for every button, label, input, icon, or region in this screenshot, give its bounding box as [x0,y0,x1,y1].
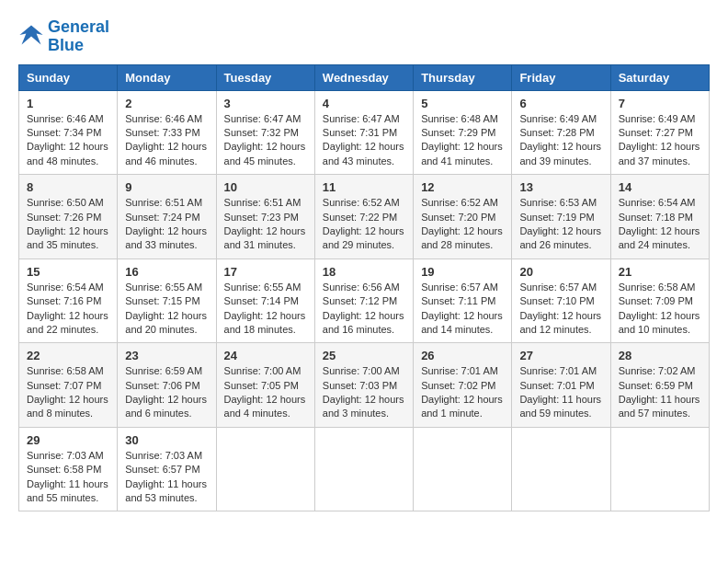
day-header-wednesday: Wednesday [314,64,413,90]
sunset-label: Sunset: 7:14 PM [224,295,299,306]
sunset-label: Sunset: 7:10 PM [519,295,594,306]
day-number: 4 [323,97,405,110]
cell-content: Sunrise: 6:58 AM Sunset: 7:07 PM Dayligh… [27,364,109,421]
calendar-cell: 8 Sunrise: 6:50 AM Sunset: 7:26 PM Dayli… [19,175,118,259]
day-number: 22 [27,349,109,362]
calendar-cell: 26 Sunrise: 7:01 AM Sunset: 7:02 PM Dayl… [414,343,512,428]
cell-content: Sunrise: 6:51 AM Sunset: 7:23 PM Dayligh… [224,196,307,253]
cell-content: Sunrise: 6:54 AM Sunset: 7:16 PM Dayligh… [27,281,109,338]
daylight-label: Daylight: 12 hours and 4 minutes. [224,394,306,419]
cell-content: Sunrise: 6:51 AM Sunset: 7:24 PM Dayligh… [125,196,208,253]
sunrise-label: Sunrise: 7:03 AM [27,450,104,461]
sunset-label: Sunset: 7:03 PM [323,380,397,391]
cell-content: Sunrise: 7:03 AM Sunset: 6:58 PM Dayligh… [27,449,109,506]
cell-content: Sunrise: 7:00 AM Sunset: 7:05 PM Dayligh… [224,364,307,421]
calendar-cell: 2 Sunrise: 6:46 AM Sunset: 7:33 PM Dayli… [118,90,216,175]
calendar-week-row: 15 Sunrise: 6:54 AM Sunset: 7:16 PM Dayl… [19,259,710,343]
cell-content: Sunrise: 6:48 AM Sunset: 7:29 PM Dayligh… [421,112,504,169]
sunset-label: Sunset: 7:07 PM [27,380,101,391]
daylight-label: Daylight: 12 hours and 29 minutes. [323,225,404,250]
logo-icon [18,22,44,48]
day-number: 3 [224,97,307,110]
sunrise-label: Sunrise: 6:52 AM [421,197,498,208]
sunrise-label: Sunrise: 7:00 AM [323,365,400,376]
calendar-cell: 13 Sunrise: 6:53 AM Sunset: 7:19 PM Dayl… [512,175,610,259]
cell-content: Sunrise: 6:55 AM Sunset: 7:15 PM Dayligh… [125,281,208,338]
sunset-label: Sunset: 7:05 PM [224,380,299,391]
sunset-label: Sunset: 7:12 PM [323,295,397,306]
sunrise-label: Sunrise: 7:01 AM [519,365,597,376]
day-header-tuesday: Tuesday [216,64,314,90]
calendar-cell [216,427,314,511]
daylight-label: Daylight: 12 hours and 18 minutes. [224,310,306,335]
sunset-label: Sunset: 7:29 PM [421,127,495,138]
sunset-label: Sunset: 7:01 PM [519,380,594,391]
daylight-label: Daylight: 12 hours and 31 minutes. [224,225,306,250]
calendar-cell: 10 Sunrise: 6:51 AM Sunset: 7:23 PM Dayl… [216,175,314,259]
sunrise-label: Sunrise: 6:47 AM [323,113,400,124]
sunrise-label: Sunrise: 6:54 AM [619,197,696,208]
daylight-label: Daylight: 12 hours and 33 minutes. [125,225,207,250]
sunset-label: Sunset: 7:18 PM [619,212,693,223]
calendar-cell: 7 Sunrise: 6:49 AM Sunset: 7:27 PM Dayli… [610,90,709,175]
daylight-label: Daylight: 11 hours and 57 minutes. [619,394,700,419]
calendar-cell: 12 Sunrise: 6:52 AM Sunset: 7:20 PM Dayl… [414,175,512,259]
sunset-label: Sunset: 7:15 PM [125,295,199,306]
logo: General Blue [18,18,109,55]
sunset-label: Sunset: 6:58 PM [27,464,101,475]
sunrise-label: Sunrise: 6:46 AM [125,113,202,124]
daylight-label: Daylight: 12 hours and 45 minutes. [224,141,306,166]
sunrise-label: Sunrise: 6:56 AM [323,282,400,293]
day-number: 23 [125,349,208,362]
calendar-cell: 6 Sunrise: 6:49 AM Sunset: 7:28 PM Dayli… [512,90,610,175]
calendar-cell: 19 Sunrise: 6:57 AM Sunset: 7:11 PM Dayl… [414,259,512,343]
calendar-week-row: 1 Sunrise: 6:46 AM Sunset: 7:34 PM Dayli… [19,90,710,175]
calendar-cell [414,427,512,511]
sunrise-label: Sunrise: 6:47 AM [224,113,301,124]
day-number: 27 [519,349,602,362]
calendar-cell: 11 Sunrise: 6:52 AM Sunset: 7:22 PM Dayl… [314,175,413,259]
calendar-table: SundayMondayTuesdayWednesdayThursdayFrid… [18,64,710,512]
sunrise-label: Sunrise: 7:00 AM [224,365,301,376]
calendar-cell [512,427,610,511]
sunset-label: Sunset: 7:23 PM [224,212,299,223]
calendar-cell: 15 Sunrise: 6:54 AM Sunset: 7:16 PM Dayl… [19,259,118,343]
daylight-label: Daylight: 11 hours and 55 minutes. [27,478,108,503]
sunrise-label: Sunrise: 6:58 AM [619,282,696,293]
day-number: 17 [224,265,307,279]
cell-content: Sunrise: 6:55 AM Sunset: 7:14 PM Dayligh… [224,281,307,338]
daylight-label: Daylight: 12 hours and 16 minutes. [323,310,404,335]
sunset-label: Sunset: 7:31 PM [323,127,397,138]
day-number: 2 [125,97,208,110]
cell-content: Sunrise: 6:50 AM Sunset: 7:26 PM Dayligh… [27,196,109,253]
cell-content: Sunrise: 7:03 AM Sunset: 6:57 PM Dayligh… [125,449,208,506]
day-number: 5 [421,97,504,110]
page-header: General Blue [18,18,710,55]
calendar-cell: 30 Sunrise: 7:03 AM Sunset: 6:57 PM Dayl… [118,427,216,511]
cell-content: Sunrise: 6:46 AM Sunset: 7:34 PM Dayligh… [27,112,109,169]
svg-marker-0 [19,25,42,44]
calendar-cell: 5 Sunrise: 6:48 AM Sunset: 7:29 PM Dayli… [414,90,512,175]
calendar-cell: 1 Sunrise: 6:46 AM Sunset: 7:34 PM Dayli… [19,90,118,175]
sunrise-label: Sunrise: 6:51 AM [224,197,301,208]
day-number: 30 [125,433,208,447]
cell-content: Sunrise: 6:52 AM Sunset: 7:22 PM Dayligh… [323,196,405,253]
cell-content: Sunrise: 6:59 AM Sunset: 7:06 PM Dayligh… [125,364,208,421]
calendar-cell [610,427,709,511]
day-number: 8 [27,180,109,194]
sunset-label: Sunset: 6:57 PM [125,464,199,475]
sunset-label: Sunset: 7:22 PM [323,212,397,223]
sunrise-label: Sunrise: 6:58 AM [27,365,104,376]
day-number: 26 [421,349,504,362]
day-number: 11 [323,180,405,194]
sunset-label: Sunset: 7:33 PM [125,127,199,138]
calendar-cell: 20 Sunrise: 6:57 AM Sunset: 7:10 PM Dayl… [512,259,610,343]
sunrise-label: Sunrise: 6:46 AM [27,113,104,124]
cell-content: Sunrise: 6:54 AM Sunset: 7:18 PM Dayligh… [619,196,701,253]
day-header-thursday: Thursday [414,64,512,90]
cell-content: Sunrise: 6:47 AM Sunset: 7:32 PM Dayligh… [224,112,307,169]
cell-content: Sunrise: 6:46 AM Sunset: 7:33 PM Dayligh… [125,112,208,169]
day-header-monday: Monday [118,64,216,90]
daylight-label: Daylight: 12 hours and 14 minutes. [421,310,503,335]
sunrise-label: Sunrise: 6:49 AM [619,113,696,124]
